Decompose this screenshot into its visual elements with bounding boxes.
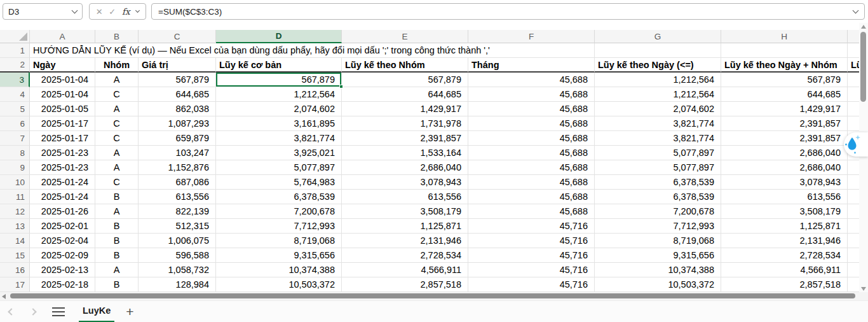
data-cell[interactable]: 10,374,388 <box>595 263 721 277</box>
row-header[interactable]: 5 <box>0 102 30 116</box>
data-cell[interactable]: 2,391,857 <box>721 116 848 131</box>
horizontal-scroll-thumb[interactable] <box>10 293 855 298</box>
data-cell[interactable]: 45,716 <box>468 234 595 248</box>
data-cell[interactable]: 45,688 <box>468 175 595 190</box>
sheet-list-menu-icon[interactable] <box>52 307 65 316</box>
data-cell[interactable]: 5,077,897 <box>595 146 721 160</box>
data-cell[interactable]: 3,508,179 <box>342 204 468 219</box>
scroll-down-icon[interactable] <box>861 287 866 291</box>
header-cell[interactable]: Lũy kế cơ bản <box>216 58 342 73</box>
column-header[interactable]: B <box>95 30 139 43</box>
header-cell[interactable]: Nhóm <box>95 58 139 73</box>
data-cell[interactable]: 2025-01-17 <box>30 131 95 146</box>
data-cell[interactable]: 1,087,293 <box>139 116 216 131</box>
data-cell[interactable]: 613,556 <box>139 190 216 204</box>
row-header[interactable]: 12 <box>0 204 30 219</box>
chevron-down-icon[interactable] <box>135 8 140 13</box>
data-cell[interactable]: 1,429,917 <box>721 102 848 116</box>
data-cell[interactable]: 45,688 <box>468 146 595 160</box>
data-cell[interactable]: A <box>95 204 139 219</box>
row-header[interactable]: 2 <box>0 58 30 73</box>
data-cell[interactable]: 2025-01-04 <box>30 87 95 102</box>
data-cell[interactable]: 1,429,917 <box>342 102 468 116</box>
data-cell[interactable]: 45,688 <box>468 116 595 131</box>
row-header[interactable]: 9 <box>0 160 30 175</box>
data-cell[interactable]: 103,247 <box>139 146 216 160</box>
data-cell[interactable]: 2,131,946 <box>342 234 468 248</box>
data-cell[interactable]: C <box>95 175 139 190</box>
chevron-down-icon[interactable] <box>72 8 78 14</box>
expand-formula-bar-icon[interactable] <box>853 8 859 14</box>
data-cell[interactable]: 6,378,539 <box>595 175 721 190</box>
data-cell[interactable]: 659,879 <box>139 131 216 146</box>
empty-cell[interactable] <box>595 43 721 58</box>
data-cell[interactable]: 1,731,978 <box>342 116 468 131</box>
data-cell[interactable]: 7,200,678 <box>595 204 721 219</box>
data-cell[interactable]: 128,984 <box>139 277 216 292</box>
empty-cell[interactable] <box>721 43 848 58</box>
data-cell[interactable]: 3,078,943 <box>342 175 468 190</box>
data-cell[interactable]: 2025-01-23 <box>30 160 95 175</box>
data-cell[interactable]: 1,533,164 <box>342 146 468 160</box>
data-cell[interactable]: 7,712,993 <box>216 219 342 234</box>
data-cell[interactable]: 2025-02-01 <box>30 219 95 234</box>
data-cell[interactable]: 2025-01-05 <box>30 102 95 116</box>
column-header[interactable]: C <box>139 30 216 43</box>
data-cell[interactable]: 3,161,895 <box>216 116 342 131</box>
cancel-icon[interactable]: ✕ <box>96 7 103 17</box>
data-cell[interactable]: 45,688 <box>468 131 595 146</box>
data-cell[interactable]: 1,125,871 <box>721 219 848 234</box>
column-header[interactable]: G <box>595 30 721 43</box>
data-cell[interactable]: 2025-01-04 <box>30 73 95 87</box>
data-cell[interactable]: 4,566,911 <box>721 263 848 277</box>
data-cell[interactable]: 2025-02-13 <box>30 263 95 277</box>
data-cell[interactable]: 822,139 <box>139 204 216 219</box>
data-cell[interactable]: 862,038 <box>139 102 216 116</box>
data-cell[interactable]: 10,503,372 <box>595 277 721 292</box>
scroll-up-icon[interactable] <box>861 25 866 29</box>
prev-sheet-icon[interactable] <box>8 308 15 315</box>
data-cell[interactable]: B <box>95 190 139 204</box>
data-cell[interactable]: A <box>95 263 139 277</box>
data-cell[interactable]: C <box>95 87 139 102</box>
data-cell[interactable]: 567,879 <box>721 73 848 87</box>
data-cell[interactable]: 3,078,943 <box>721 175 848 190</box>
data-cell[interactable]: 2025-02-09 <box>30 248 95 263</box>
select-all-corner[interactable] <box>0 30 30 43</box>
header-cell[interactable]: Lũy kế theo Nhóm <box>342 58 468 73</box>
row-header[interactable]: 13 <box>0 219 30 234</box>
data-cell[interactable]: 3,821,774 <box>595 131 721 146</box>
data-cell[interactable]: 3,508,179 <box>721 204 848 219</box>
data-cell[interactable]: 5,764,983 <box>216 175 342 190</box>
row-header[interactable]: 10 <box>0 175 30 190</box>
next-sheet-icon[interactable] <box>29 308 36 315</box>
data-cell[interactable]: 1,058,732 <box>139 263 216 277</box>
data-cell[interactable]: 8,719,068 <box>216 234 342 248</box>
row-header[interactable]: 11 <box>0 190 30 204</box>
data-cell[interactable]: 613,556 <box>721 190 848 204</box>
data-cell[interactable]: 3,925,021 <box>216 146 342 160</box>
data-cell[interactable]: 2025-01-17 <box>30 116 95 131</box>
data-cell[interactable]: 2,857,518 <box>342 277 468 292</box>
data-cell[interactable]: 2,686,040 <box>721 146 848 160</box>
data-cell[interactable]: 2,074,602 <box>216 102 342 116</box>
data-cell[interactable]: 644,685 <box>342 87 468 102</box>
data-cell[interactable]: 596,588 <box>139 248 216 263</box>
header-cell[interactable]: Lũy kế theo Ngày + Nhóm <box>721 58 848 73</box>
data-cell[interactable]: 2025-02-04 <box>30 234 95 248</box>
fill-handle[interactable] <box>339 85 343 88</box>
data-cell[interactable]: 2,391,857 <box>721 131 848 146</box>
data-cell[interactable]: 10,503,372 <box>216 277 342 292</box>
data-cell[interactable]: 45,688 <box>468 160 595 175</box>
insert-function-icon[interactable]: fx <box>122 6 130 17</box>
row-header[interactable]: 4 <box>0 87 30 102</box>
data-cell[interactable]: 45,716 <box>468 219 595 234</box>
data-cell[interactable]: 2,728,534 <box>342 248 468 263</box>
data-cell[interactable]: B <box>95 248 139 263</box>
data-cell[interactable]: 2,728,534 <box>721 248 848 263</box>
data-cell[interactable]: 5,077,897 <box>216 160 342 175</box>
sheet-tab-luyke[interactable]: LuyKe <box>79 301 114 322</box>
data-cell[interactable]: 2,131,946 <box>721 234 848 248</box>
data-cell[interactable]: 1,125,871 <box>342 219 468 234</box>
row-header[interactable]: 16 <box>0 263 30 277</box>
